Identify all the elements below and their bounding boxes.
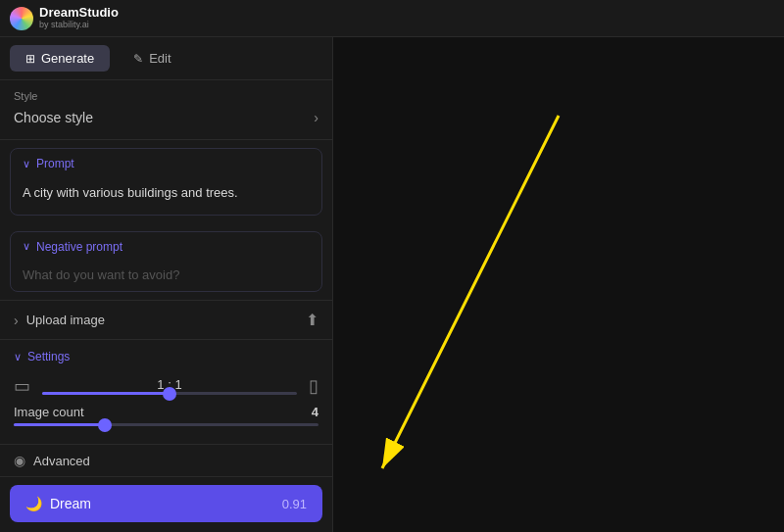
prompt-section: ∨ Prompt A city with various buildings a…: [10, 148, 322, 216]
main-layout: ⊞ Generate ✎ Edit Style Choose style › ∨…: [0, 37, 784, 532]
tab-edit[interactable]: ✎ Edit: [118, 45, 186, 72]
app-subtitle: by stability.ai: [39, 21, 119, 30]
negative-prompt-label: Negative prompt: [36, 240, 122, 254]
arrow-annotation: [333, 37, 784, 532]
tab-edit-label: Edit: [149, 51, 171, 66]
dream-credit-value: 0.91: [282, 497, 307, 511]
aspect-ratio-slider-container: 1 : 1: [42, 377, 297, 395]
dream-button-left: 🌙 Dream: [25, 496, 91, 511]
advanced-section[interactable]: ◉ Advanced: [0, 444, 332, 476]
logo-area: DreamStudio by stability.ai: [10, 6, 119, 29]
style-chooser[interactable]: Choose style ›: [14, 106, 318, 129]
aspect-ratio-row: ▭ 1 : 1 ▯: [14, 375, 318, 397]
logo-icon: [10, 7, 33, 30]
style-chooser-text: Choose style: [14, 110, 93, 125]
svg-line-1: [382, 116, 559, 468]
chevron-right-icon: ›: [314, 110, 318, 125]
dream-button[interactable]: 🌙 Dream 0.91: [10, 485, 322, 522]
negative-prompt-header[interactable]: ∨ Negative prompt: [11, 232, 321, 262]
aspect-ratio-track: [42, 392, 297, 395]
logo-text: DreamStudio by stability.ai: [39, 6, 119, 29]
settings-header[interactable]: ∨ Settings: [14, 350, 318, 363]
right-area: [333, 37, 784, 532]
upload-label: Upload image: [26, 313, 105, 327]
count-slider-fill: [14, 423, 105, 426]
tab-row: ⊞ Generate ✎ Edit: [0, 37, 332, 80]
generate-icon: ⊞: [25, 52, 35, 66]
portrait-icon: ▯: [309, 375, 318, 397]
tab-generate-label: Generate: [41, 51, 94, 66]
prompt-label: Prompt: [36, 157, 74, 170]
eye-icon: ◉: [14, 453, 25, 468]
settings-section: ∨ Settings ▭ 1 : 1 ▯ Image count 4: [0, 339, 332, 444]
neg-prompt-chevron-icon: ∨: [23, 240, 30, 253]
style-section: Style Choose style ›: [0, 80, 332, 140]
landscape-icon: ▭: [14, 375, 30, 397]
dream-button-label: Dream: [50, 496, 91, 511]
negative-prompt-section: ∨ Negative prompt What do you want to av…: [10, 231, 322, 292]
advanced-label: Advanced: [33, 454, 90, 468]
settings-chevron-icon: ∨: [14, 351, 22, 363]
topbar: DreamStudio by stability.ai: [0, 0, 784, 37]
app-title: DreamStudio: [39, 6, 119, 20]
dream-button-container: 🌙 Dream 0.91: [0, 476, 332, 532]
sidebar: ⊞ Generate ✎ Edit Style Choose style › ∨…: [0, 37, 333, 532]
upload-section[interactable]: › Upload image ⬆: [0, 300, 332, 339]
upload-left: › Upload image: [14, 313, 105, 328]
aspect-ratio-fill: [42, 392, 170, 395]
count-slider-thumb: [98, 418, 112, 432]
image-count-row: Image count 4: [14, 405, 318, 419]
chevron-right-small-icon: ›: [14, 313, 19, 328]
aspect-ratio-thumb: [163, 387, 176, 401]
moon-icon: 🌙: [25, 496, 42, 511]
image-count-label: Image count: [14, 405, 299, 419]
style-section-label: Style: [14, 90, 318, 102]
tab-generate[interactable]: ⊞ Generate: [10, 45, 110, 72]
edit-icon: ✎: [133, 52, 143, 66]
upload-arrow-icon: ⬆: [306, 311, 318, 329]
count-slider-track: [14, 423, 318, 426]
image-count-value: 4: [299, 405, 318, 419]
image-count-slider-container: [14, 423, 318, 426]
prompt-header[interactable]: ∨ Prompt: [11, 149, 321, 178]
prompt-chevron-icon: ∨: [23, 158, 30, 170]
prompt-value[interactable]: A city with various buildings and trees.: [11, 178, 321, 216]
negative-prompt-placeholder[interactable]: What do you want to avoid?: [11, 262, 321, 292]
settings-label: Settings: [27, 350, 70, 363]
